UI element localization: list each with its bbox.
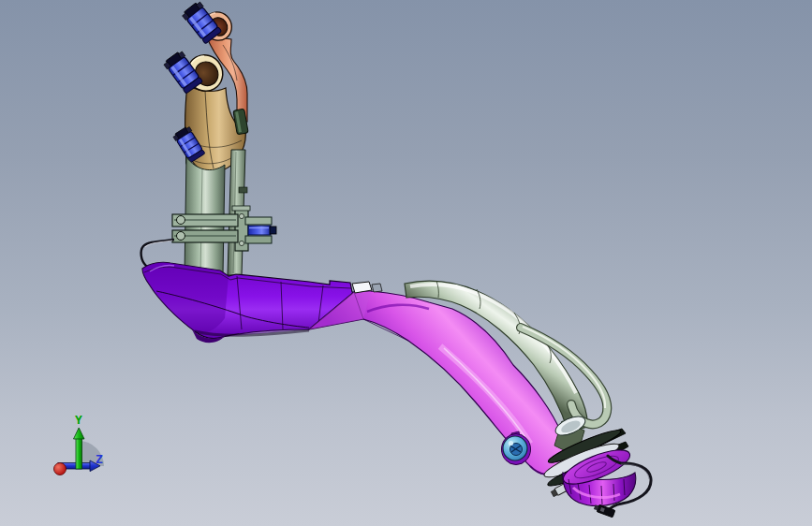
model-scene: Y Z [0,0,812,526]
shield-tab[interactable] [352,282,382,293]
heat-shield-upper[interactable] [142,262,354,343]
bracket-stud[interactable] [248,226,276,235]
axis-triad[interactable]: Y Z [54,413,105,475]
z-axis-label: Z [96,452,103,466]
x-axis-ball[interactable] [54,463,66,475]
cad-viewport[interactable]: Y Z [0,0,812,526]
y-axis-label: Y [75,413,82,427]
